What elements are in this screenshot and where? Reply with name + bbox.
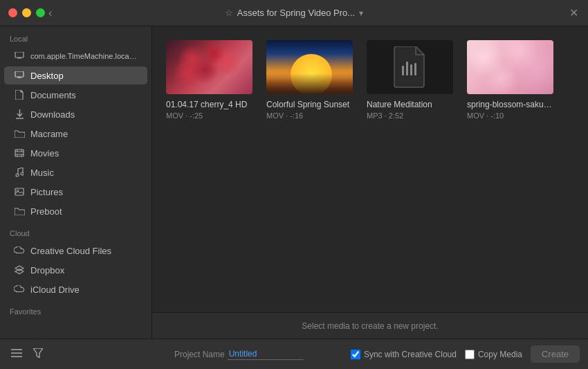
creative-cloud-icon <box>14 245 25 256</box>
close-traffic-light[interactable] <box>8 8 17 17</box>
sidebar-item-macrame[interactable]: Macrame <box>4 125 147 143</box>
audio-file-icon <box>393 46 428 88</box>
media-item-sakura[interactable]: spring-blossom-sakura-Z7Q... MOV · -:10 <box>467 40 553 120</box>
svg-rect-22 <box>406 62 408 75</box>
sidebar-item-label: Pictures <box>30 187 63 197</box>
project-name-area: Project Name <box>166 348 345 360</box>
nav-back-button[interactable]: ‹ <box>48 7 52 19</box>
copy-checkbox[interactable] <box>465 350 475 359</box>
media-thumbnail-cherry <box>166 40 252 94</box>
content-area: 01.04.17 cherry_4 HD MOV · -:25 Colorful… <box>152 26 588 339</box>
sidebar-item-desktop[interactable]: Desktop <box>4 66 147 84</box>
title-area: ☆ Assets for Spring Video Pro... ▾ <box>225 8 363 18</box>
footer-left <box>8 345 160 363</box>
media-meta-sunset: MOV · -:16 <box>266 111 353 120</box>
titlebar: ‹ ☆ Assets for Spring Video Pro... ▾ ✕ <box>0 0 588 26</box>
svg-point-15 <box>16 174 19 177</box>
svg-point-16 <box>21 172 24 175</box>
folder-icon <box>14 128 25 139</box>
download-icon <box>14 109 25 120</box>
media-title-sakura: spring-blossom-sakura-Z7Q... <box>467 100 553 109</box>
svg-rect-21 <box>402 66 404 75</box>
music-icon <box>14 167 25 178</box>
media-thumbnail-meditation <box>367 40 453 94</box>
sidebar-item-time-machine[interactable]: com.apple.TimeMachine.localsnapshots <box>4 47 147 65</box>
svg-rect-3 <box>15 71 24 77</box>
media-meta-meditation: MP3 · 2:52 <box>367 111 453 120</box>
svg-marker-20 <box>15 269 24 274</box>
status-text: Select media to create a new project. <box>302 321 438 331</box>
svg-marker-28 <box>33 348 43 358</box>
sidebar-item-music[interactable]: Music <box>4 163 147 181</box>
local-section-label: Local <box>0 26 151 46</box>
sync-checkbox-group[interactable]: Sync with Creative Cloud <box>351 350 457 359</box>
sidebar-item-label: Downloads <box>30 109 75 120</box>
pictures-icon <box>14 186 25 197</box>
copy-checkbox-group[interactable]: Copy Media <box>465 350 522 359</box>
media-item-cherry[interactable]: 01.04.17 cherry_4 HD MOV · -:25 <box>166 40 252 120</box>
svg-marker-19 <box>15 266 24 271</box>
favorites-section-label: Favorites <box>0 299 151 319</box>
sidebar-item-icloud[interactable]: iCloud Drive <box>4 280 147 298</box>
status-bar: Select media to create a new project. <box>152 312 588 339</box>
document-icon <box>14 89 25 100</box>
sidebar-item-creative-cloud[interactable]: Creative Cloud Files <box>4 242 147 260</box>
minimize-traffic-light[interactable] <box>22 8 31 17</box>
filter-button[interactable] <box>30 345 46 363</box>
desktop-icon <box>14 70 25 81</box>
sidebar-item-label: Desktop <box>30 71 64 81</box>
media-meta-cherry: MOV · -:25 <box>166 111 252 120</box>
svg-rect-8 <box>15 150 24 156</box>
chevron-down-icon[interactable]: ▾ <box>359 8 363 18</box>
media-meta-sakura: MOV · -:10 <box>467 111 553 120</box>
media-item-meditation[interactable]: Nature Meditation MP3 · 2:52 <box>367 40 453 120</box>
svg-rect-24 <box>414 63 416 75</box>
project-name-label: Project Name <box>174 350 225 359</box>
project-name-input[interactable] <box>228 348 304 360</box>
copy-label: Copy Media <box>478 350 522 359</box>
sidebar-item-pictures[interactable]: Pictures <box>4 183 147 201</box>
cloud-section-label: Cloud <box>0 221 151 241</box>
movies-icon <box>14 147 25 159</box>
traffic-lights <box>8 8 45 17</box>
create-button[interactable]: Create <box>531 345 580 363</box>
main-container: Local com.apple.TimeMachine.localsnapsho… <box>0 26 588 339</box>
sync-label: Sync with Creative Cloud <box>364 350 457 359</box>
dropbox-icon <box>14 264 25 276</box>
window-close-button[interactable]: ✕ <box>569 6 578 19</box>
sidebar-item-label: com.apple.TimeMachine.localsnapshots <box>30 52 138 60</box>
monitor-icon <box>14 51 25 62</box>
sidebar-item-documents[interactable]: Documents <box>4 86 147 104</box>
sidebar-item-label: iCloud Drive <box>30 285 80 295</box>
sync-checkbox[interactable] <box>351 350 360 359</box>
window-title: Assets for Spring Video Pro... <box>237 8 355 18</box>
sidebar: Local com.apple.TimeMachine.localsnapsho… <box>0 26 152 339</box>
footer-right: Sync with Creative Cloud Copy Media Crea… <box>351 345 580 363</box>
sidebar-item-label: Creative Cloud Files <box>30 246 111 256</box>
sidebar-item-label: Dropbox <box>30 265 64 276</box>
sidebar-item-movies[interactable]: Movies <box>4 144 147 162</box>
sidebar-item-preboot[interactable]: Preboot <box>4 202 147 220</box>
media-item-sunset[interactable]: Colorful Spring Sunset MOV · -:16 <box>266 40 353 120</box>
maximize-traffic-light[interactable] <box>36 8 45 17</box>
menu-button[interactable] <box>8 345 25 363</box>
media-title-meditation: Nature Meditation <box>367 100 453 109</box>
star-icon[interactable]: ☆ <box>225 8 233 18</box>
sidebar-item-label: Preboot <box>30 206 62 217</box>
sidebar-item-label: Music <box>30 168 54 178</box>
folder2-icon <box>14 206 25 217</box>
media-thumbnail-sunset <box>266 40 353 94</box>
media-grid: 01.04.17 cherry_4 HD MOV · -:25 Colorful… <box>152 26 588 312</box>
media-title-cherry: 01.04.17 cherry_4 HD <box>166 100 252 109</box>
sidebar-item-dropbox[interactable]: Dropbox <box>4 261 147 279</box>
svg-rect-0 <box>15 52 24 57</box>
icloud-icon <box>14 284 25 295</box>
footer-bar: Project Name Sync with Creative Cloud Co… <box>0 339 588 369</box>
sidebar-item-downloads[interactable]: Downloads <box>4 105 147 123</box>
sidebar-item-label: Macrame <box>30 129 68 139</box>
media-thumbnail-sakura <box>467 40 553 94</box>
media-title-sunset: Colorful Spring Sunset <box>266 100 353 109</box>
sidebar-item-label: Movies <box>30 148 59 159</box>
svg-rect-17 <box>15 188 24 195</box>
sidebar-item-label: Documents <box>30 90 76 100</box>
